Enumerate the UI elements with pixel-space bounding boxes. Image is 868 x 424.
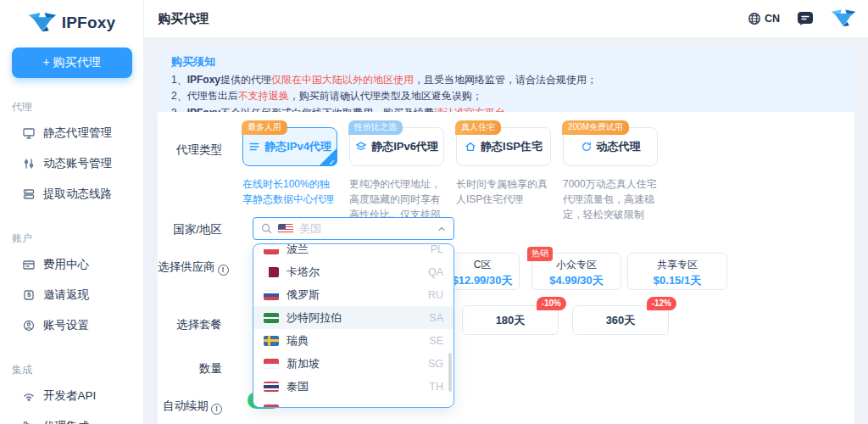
supplier-card-shared[interactable]: 共享专区 $0.15/1天: [627, 253, 727, 290]
proxy-card-desc: 长时间专属独享的真人ISP住宅代理: [456, 176, 551, 237]
credit-card-icon: [22, 258, 36, 271]
proxy-card-static-ipv6[interactable]: 性价比之选 静态IPv6代理: [349, 127, 444, 166]
dropdown-scrollbar[interactable]: [448, 353, 452, 392]
branch-icon: [22, 420, 36, 424]
proxy-card-desc: 7000万动态真人住宅代理流量包，高速稳定，轻松突破限制: [563, 176, 658, 237]
flag-icon: [264, 404, 279, 409]
sidebar-item-extract-lines[interactable]: 提取动态线路: [0, 179, 143, 209]
search-icon: [261, 223, 272, 234]
country-option-partial[interactable]: [253, 398, 453, 408]
supplier-card-niche[interactable]: 热销 小众专区 $4.99/30天: [531, 253, 621, 290]
info-icon: [218, 265, 229, 276]
flag-russia-icon: [264, 290, 279, 300]
message-icon[interactable]: [797, 11, 814, 27]
globe-icon: [748, 12, 761, 25]
country-label: 国家/地区: [158, 222, 222, 237]
logo-text: IPFoxy: [62, 14, 116, 32]
package-card-180[interactable]: 180天 -10%: [462, 305, 559, 335]
monitor-icon: [22, 126, 36, 140]
proxy-card-static-ipv4[interactable]: 最多人用 静态IPv4代理: [242, 127, 337, 166]
sidebar-item-static-proxy[interactable]: 静态代理管理: [0, 118, 143, 148]
flag-qatar-icon: [264, 267, 279, 277]
flag-us-icon: [278, 224, 293, 234]
package-label: 选择套餐: [158, 317, 222, 332]
sidebar-item-billing-center[interactable]: 费用中心: [0, 249, 143, 280]
hot-badge: 热销: [527, 247, 553, 261]
country-select[interactable]: [253, 217, 454, 240]
card-badge: 真人住宅: [455, 120, 501, 135]
country-option-saudi-arabia[interactable]: 沙特阿拉伯SA: [253, 306, 453, 329]
sidebar-section-integration: 集成: [12, 363, 143, 377]
flag-poland-icon: [264, 244, 279, 254]
country-dropdown: 波兰PL 卡塔尔QA 俄罗斯RU 沙特阿拉伯SA 瑞典SE 新加坡SG 泰国TH: [253, 243, 454, 408]
country-option-russia[interactable]: 俄罗斯RU: [253, 283, 453, 306]
user-avatar-fox-icon[interactable]: [831, 8, 856, 29]
language-label: CN: [765, 13, 780, 25]
country-option-poland[interactable]: 波兰PL: [253, 243, 453, 260]
sliders-icon: [22, 157, 36, 170]
refresh-icon: [581, 141, 593, 153]
package-card-360[interactable]: 360天 -12%: [572, 305, 669, 335]
server-rows-icon: [22, 187, 36, 201]
proxy-card-static-isp[interactable]: 真人住宅 静态ISP住宅: [456, 127, 551, 166]
discount-badge: -10%: [537, 297, 566, 310]
sidebar-section-proxy: 代理: [12, 100, 143, 114]
card-badge: 性价比之选: [348, 120, 403, 135]
home-icon: [465, 141, 476, 153]
notice-line: 2、代理售出后不支持退换，购买前请确认代理类型及地区避免误购；: [171, 88, 841, 104]
sidebar-item-developer-api[interactable]: 开发者API: [0, 381, 143, 411]
flag-singapore-icon: [264, 359, 279, 369]
country-option-sweden[interactable]: 瑞典SE: [253, 329, 453, 352]
server-stack-icon: [248, 141, 260, 153]
quantity-label: 数量: [158, 361, 222, 377]
country-option-singapore[interactable]: 新加坡SG: [253, 352, 453, 375]
info-icon: [211, 404, 222, 415]
layers-icon: [355, 141, 367, 153]
sidebar-item-invite-cashback[interactable]: 邀请返现: [0, 280, 143, 310]
sidebar-item-proxy-integration[interactable]: 代理集成: [0, 411, 143, 424]
notice-line: 1、IPFoxy提供的代理仅限在中国大陆以外的地区使用，且受当地网络监管，请合法…: [171, 72, 841, 88]
proxy-card-dynamic[interactable]: 200M免费试用 动态代理: [563, 127, 658, 166]
country-option-thailand[interactable]: 泰国TH: [253, 375, 453, 398]
api-wifi-icon: [22, 389, 36, 403]
proxy-type-label: 代理类型: [158, 142, 222, 158]
header: 购买代理 CN: [144, 0, 868, 37]
main-content: 购买须知 1、IPFoxy提供的代理仅限在中国大陆以外的地区使用，且受当地网络监…: [144, 37, 868, 424]
card-badge: 200M免费试用: [562, 120, 629, 135]
buy-proxy-button[interactable]: + 购买代理: [12, 47, 132, 78]
flag-sweden-icon: [264, 336, 279, 346]
chevron-up-icon: [437, 225, 446, 233]
language-selector[interactable]: CN: [748, 12, 780, 25]
flag-thailand-icon: [264, 382, 279, 392]
country-search-input[interactable]: [299, 222, 431, 235]
user-circle-icon: [22, 319, 36, 332]
ipfoxy-fox-icon: [28, 12, 57, 34]
page-title: 购买代理: [158, 11, 209, 27]
sidebar: IPFoxy + 购买代理 代理 静态代理管理 动态账号管理 提取动态线路 账户…: [0, 0, 144, 424]
sidebar-section-account: 账户: [12, 232, 143, 246]
supplier-card-c[interactable]: C区 $12.99/30天: [445, 253, 520, 290]
logo[interactable]: IPFoxy: [0, 0, 143, 34]
auto-renew-label: 自动续期: [158, 399, 222, 415]
country-option-qatar[interactable]: 卡塔尔QA: [253, 260, 453, 283]
sidebar-item-dynamic-accounts[interactable]: 动态账号管理: [0, 148, 143, 179]
discount-badge: -12%: [647, 297, 676, 310]
flag-saudi-icon: [264, 313, 279, 323]
card-badge: 最多人用: [242, 120, 287, 135]
supplier-label: 选择供应商: [158, 259, 222, 276]
notice-title: 购买须知: [171, 54, 841, 70]
cashback-icon: [22, 288, 36, 302]
sidebar-item-account-settings[interactable]: 账号设置: [0, 310, 143, 341]
purchase-form: 代理类型 最多人用 静态IPv4代理 性价比之选 静态IPv6代理 真人住宅 静…: [158, 112, 854, 424]
